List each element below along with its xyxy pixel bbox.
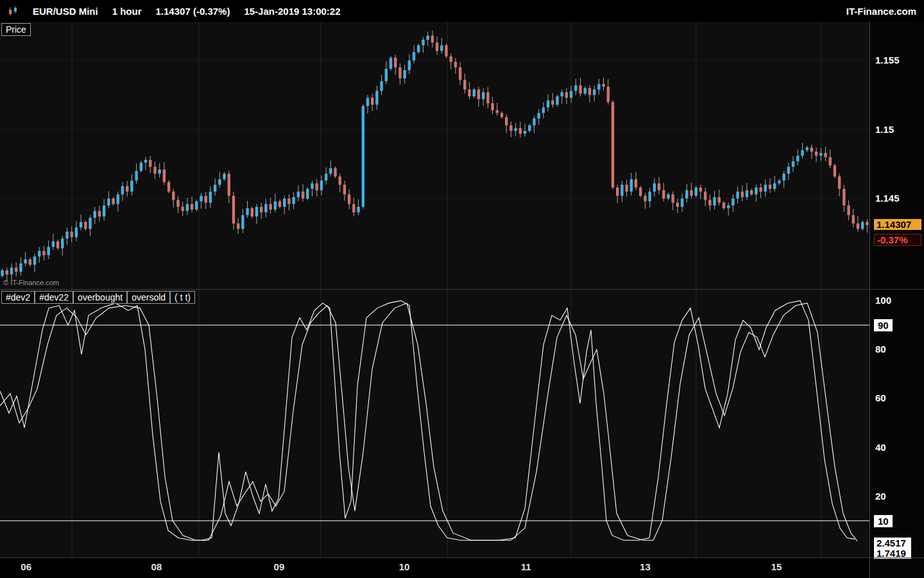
axis-tick-label: 80 (875, 344, 886, 355)
legend-item[interactable]: overbought (73, 291, 127, 304)
axis-tick-label: 1.145 (875, 193, 900, 204)
timeframe-label: 1 hour (112, 6, 142, 17)
axis-level-label: 90 (874, 319, 893, 331)
symbol-label: EUR/USD Mini (33, 6, 98, 17)
change-badge: -0.37% (874, 234, 921, 246)
legend-item[interactable]: oversold (127, 291, 170, 304)
time-axis-label: 13 (640, 561, 651, 572)
panel-divider (0, 289, 924, 290)
axis-tick-label: 40 (875, 442, 886, 453)
axis-tick-label: 100 (875, 295, 891, 306)
axis-level-label: 10 (874, 515, 893, 527)
time-axis-label: 10 (399, 561, 410, 572)
indicator-svg[interactable] (0, 290, 869, 557)
indicator-panel[interactable]: #dev2#dev22overboughtoversold( t t) (0, 290, 869, 557)
price-chart-svg[interactable] (0, 22, 869, 290)
axis-tick-label: 60 (875, 392, 886, 403)
axis-tick-label: 1.155 (875, 55, 900, 66)
time-axis-label: 08 (151, 561, 162, 572)
price-panel-label[interactable]: Price (1, 23, 31, 36)
legend-item[interactable]: #dev2 (1, 291, 35, 304)
last-price-badge: 1.14307 (874, 219, 921, 230)
value-axis[interactable]: 1.14307 -0.37% 2.4517 1.7419 1.1551.151.… (869, 22, 924, 578)
axis-divider (0, 557, 924, 558)
axis-tick-label: 1.15 (875, 124, 894, 135)
watermark: © IT-Finance.com (3, 279, 59, 286)
axis-tick-label: 20 (875, 491, 886, 502)
time-axis[interactable]: 06080910111315 (0, 557, 869, 578)
time-axis-label: 15 (771, 561, 782, 572)
quote-label: 1.14307 (-0.37%) (156, 6, 230, 17)
brand-label: IT-Finance.com (846, 6, 916, 17)
price-chart-panel[interactable]: Price © IT-Finance.com (0, 22, 869, 290)
legend-item[interactable]: #dev22 (35, 291, 73, 304)
title-bar: EUR/USD Mini 1 hour 1.14307 (-0.37%) 15-… (0, 0, 924, 22)
time-axis-label: 11 (521, 561, 531, 572)
datetime-label: 15-Jan-2019 13:00:22 (244, 6, 340, 17)
time-axis-label: 09 (274, 561, 285, 572)
legend-item[interactable]: ( t t) (170, 291, 195, 304)
indicator-legend: #dev2#dev22overboughtoversold( t t) (1, 291, 195, 304)
indicator-value-badge: 2.4517 (874, 538, 911, 548)
candlestick-icon[interactable] (8, 6, 19, 17)
time-axis-label: 06 (21, 561, 31, 572)
